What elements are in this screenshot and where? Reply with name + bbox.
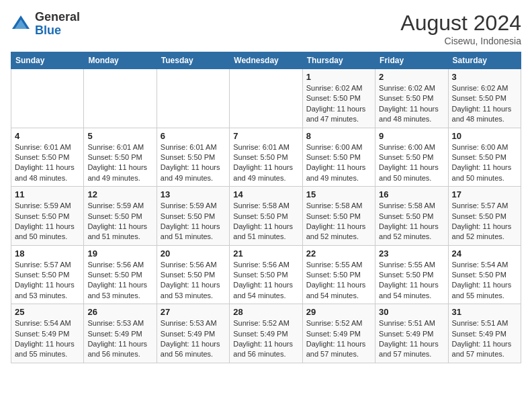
week-row-3: 11Sunrise: 5:59 AM Sunset: 5:50 PM Dayli… (11, 187, 521, 246)
day-number: 1 (306, 72, 371, 82)
day-info: Sunrise: 5:56 AM Sunset: 5:50 PM Dayligh… (233, 260, 298, 302)
day-info: Sunrise: 5:53 AM Sunset: 5:49 PM Dayligh… (161, 318, 226, 360)
calendar-cell: 13Sunrise: 5:59 AM Sunset: 5:50 PM Dayli… (157, 187, 229, 246)
day-info: Sunrise: 5:55 AM Sunset: 5:50 PM Dayligh… (379, 260, 444, 302)
day-info: Sunrise: 5:51 AM Sunset: 5:49 PM Dayligh… (452, 318, 517, 360)
day-info: Sunrise: 6:00 AM Sunset: 5:50 PM Dayligh… (306, 142, 371, 184)
day-info: Sunrise: 5:51 AM Sunset: 5:49 PM Dayligh… (379, 318, 444, 360)
day-info: Sunrise: 6:01 AM Sunset: 5:50 PM Dayligh… (87, 142, 152, 184)
day-number: 3 (452, 72, 517, 82)
calendar-cell: 24Sunrise: 5:54 AM Sunset: 5:50 PM Dayli… (448, 245, 521, 304)
day-info: Sunrise: 6:00 AM Sunset: 5:50 PM Dayligh… (452, 142, 517, 184)
day-number: 12 (87, 189, 152, 199)
calendar-cell: 6Sunrise: 6:01 AM Sunset: 5:50 PM Daylig… (157, 128, 229, 187)
logo: General Blue (11, 11, 80, 38)
calendar-cell: 7Sunrise: 6:01 AM Sunset: 5:50 PM Daylig… (230, 128, 302, 187)
calendar-cell: 14Sunrise: 5:58 AM Sunset: 5:50 PM Dayli… (230, 187, 302, 246)
day-info: Sunrise: 6:00 AM Sunset: 5:50 PM Dayligh… (379, 142, 444, 184)
calendar-cell: 27Sunrise: 5:53 AM Sunset: 5:49 PM Dayli… (157, 304, 229, 363)
day-number: 17 (452, 189, 517, 199)
week-row-4: 18Sunrise: 5:57 AM Sunset: 5:50 PM Dayli… (11, 245, 521, 304)
day-info: Sunrise: 5:57 AM Sunset: 5:50 PM Dayligh… (15, 260, 80, 302)
header-day-thursday: Thursday (302, 52, 375, 69)
calendar-cell: 29Sunrise: 5:52 AM Sunset: 5:49 PM Dayli… (302, 304, 375, 363)
day-info: Sunrise: 5:58 AM Sunset: 5:50 PM Dayligh… (233, 201, 298, 242)
calendar-cell: 19Sunrise: 5:56 AM Sunset: 5:50 PM Dayli… (84, 245, 157, 304)
calendar-cell: 22Sunrise: 5:55 AM Sunset: 5:50 PM Dayli… (302, 245, 375, 304)
calendar-cell: 26Sunrise: 5:53 AM Sunset: 5:49 PM Dayli… (84, 304, 157, 363)
day-number: 7 (233, 131, 298, 141)
day-number: 16 (379, 189, 444, 199)
header-day-tuesday: Tuesday (157, 52, 229, 69)
calendar-cell: 2Sunrise: 6:02 AM Sunset: 5:50 PM Daylig… (375, 69, 448, 128)
header-day-sunday: Sunday (11, 52, 84, 69)
day-info: Sunrise: 5:58 AM Sunset: 5:50 PM Dayligh… (379, 201, 444, 242)
week-row-5: 25Sunrise: 5:54 AM Sunset: 5:49 PM Dayli… (11, 304, 521, 363)
day-number: 11 (15, 189, 80, 199)
calendar-cell: 8Sunrise: 6:00 AM Sunset: 5:50 PM Daylig… (302, 128, 375, 187)
calendar-cell: 31Sunrise: 5:51 AM Sunset: 5:49 PM Dayli… (448, 304, 521, 363)
calendar-body: 1Sunrise: 6:02 AM Sunset: 5:50 PM Daylig… (11, 69, 521, 363)
month-year: August 2024 (400, 11, 521, 36)
calendar-cell: 21Sunrise: 5:56 AM Sunset: 5:50 PM Dayli… (230, 245, 302, 304)
day-info: Sunrise: 5:54 AM Sunset: 5:50 PM Dayligh… (452, 260, 517, 302)
day-number: 19 (87, 248, 152, 259)
calendar-cell: 28Sunrise: 5:52 AM Sunset: 5:49 PM Dayli… (230, 304, 302, 363)
day-info: Sunrise: 6:02 AM Sunset: 5:50 PM Dayligh… (452, 83, 517, 125)
calendar-cell (230, 69, 302, 128)
day-number: 24 (452, 248, 517, 259)
header-day-wednesday: Wednesday (230, 52, 302, 69)
day-number: 29 (306, 307, 371, 317)
day-info: Sunrise: 6:01 AM Sunset: 5:50 PM Dayligh… (233, 142, 298, 184)
day-number: 18 (15, 248, 80, 259)
week-row-1: 1Sunrise: 6:02 AM Sunset: 5:50 PM Daylig… (11, 69, 521, 128)
week-row-2: 4Sunrise: 6:01 AM Sunset: 5:50 PM Daylig… (11, 128, 521, 187)
day-number: 15 (306, 189, 371, 199)
day-info: Sunrise: 5:52 AM Sunset: 5:49 PM Dayligh… (233, 318, 298, 360)
calendar-cell: 20Sunrise: 5:56 AM Sunset: 5:50 PM Dayli… (157, 245, 229, 304)
day-info: Sunrise: 5:59 AM Sunset: 5:50 PM Dayligh… (15, 201, 80, 242)
calendar-cell: 11Sunrise: 5:59 AM Sunset: 5:50 PM Dayli… (11, 187, 84, 246)
day-number: 23 (379, 248, 444, 259)
day-info: Sunrise: 5:55 AM Sunset: 5:50 PM Dayligh… (306, 260, 371, 302)
day-number: 28 (233, 307, 298, 317)
calendar-table: SundayMondayTuesdayWednesdayThursdayFrid… (11, 52, 521, 363)
day-info: Sunrise: 6:02 AM Sunset: 5:50 PM Dayligh… (379, 83, 444, 125)
calendar-cell: 23Sunrise: 5:55 AM Sunset: 5:50 PM Dayli… (375, 245, 448, 304)
day-number: 10 (452, 131, 517, 141)
day-number: 20 (161, 248, 226, 259)
calendar-cell: 18Sunrise: 5:57 AM Sunset: 5:50 PM Dayli… (11, 245, 84, 304)
calendar-cell (84, 69, 157, 128)
day-info: Sunrise: 5:56 AM Sunset: 5:50 PM Dayligh… (161, 260, 226, 302)
calendar-cell: 3Sunrise: 6:02 AM Sunset: 5:50 PM Daylig… (448, 69, 521, 128)
day-number: 9 (379, 131, 444, 141)
day-info: Sunrise: 5:58 AM Sunset: 5:50 PM Dayligh… (306, 201, 371, 242)
day-info: Sunrise: 5:53 AM Sunset: 5:49 PM Dayligh… (87, 318, 152, 360)
calendar-cell (157, 69, 229, 128)
day-number: 31 (452, 307, 517, 317)
calendar-cell (11, 69, 84, 128)
header-day-monday: Monday (84, 52, 157, 69)
day-info: Sunrise: 5:56 AM Sunset: 5:50 PM Dayligh… (87, 260, 152, 302)
page-header: General Blue August 2024 Cisewu, Indones… (11, 11, 521, 46)
day-number: 30 (379, 307, 444, 317)
calendar-header: SundayMondayTuesdayWednesdayThursdayFrid… (11, 52, 521, 69)
day-number: 26 (87, 307, 152, 317)
logo-blue: Blue (35, 24, 61, 37)
day-info: Sunrise: 6:01 AM Sunset: 5:50 PM Dayligh… (161, 142, 226, 184)
day-number: 14 (233, 189, 298, 199)
calendar-cell: 10Sunrise: 6:00 AM Sunset: 5:50 PM Dayli… (448, 128, 521, 187)
header-row: SundayMondayTuesdayWednesdayThursdayFrid… (11, 52, 521, 69)
day-number: 25 (15, 307, 80, 317)
calendar-cell: 9Sunrise: 6:00 AM Sunset: 5:50 PM Daylig… (375, 128, 448, 187)
calendar-cell: 5Sunrise: 6:01 AM Sunset: 5:50 PM Daylig… (84, 128, 157, 187)
day-info: Sunrise: 6:01 AM Sunset: 5:50 PM Dayligh… (15, 142, 80, 184)
day-info: Sunrise: 5:57 AM Sunset: 5:50 PM Dayligh… (452, 201, 517, 242)
day-number: 8 (306, 131, 371, 141)
day-number: 27 (161, 307, 226, 317)
day-number: 4 (15, 131, 80, 141)
header-day-friday: Friday (375, 52, 448, 69)
calendar-cell: 12Sunrise: 5:59 AM Sunset: 5:50 PM Dayli… (84, 187, 157, 246)
logo-general: General (35, 10, 80, 24)
day-number: 21 (233, 248, 298, 259)
